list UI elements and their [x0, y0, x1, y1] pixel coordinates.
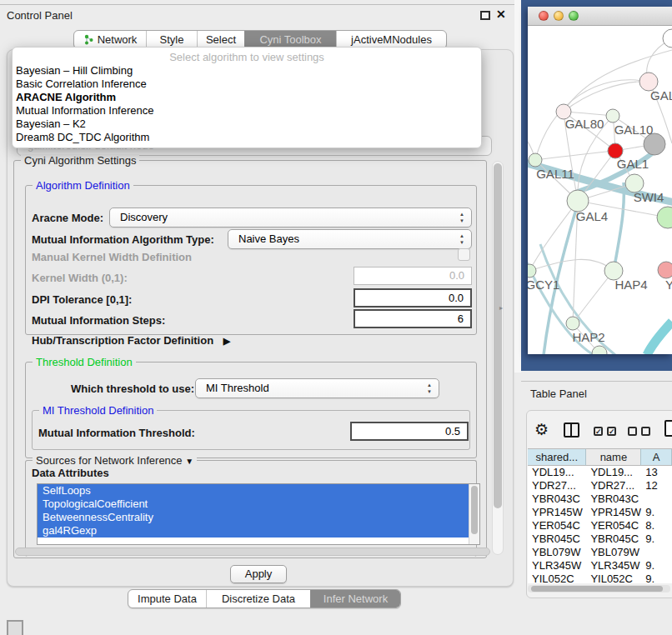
table-row[interactable]: YBR043CYBR043C	[528, 492, 672, 506]
checked-box-icon[interactable]: ✓	[594, 427, 603, 436]
mi-steps-field[interactable]: 6	[354, 309, 472, 328]
table-panel-divider	[521, 381, 672, 382]
table-row[interactable]: YER054CYER054C8.	[528, 519, 672, 532]
network-node-y[interactable]	[658, 262, 672, 278]
mi-algorithm-type-value: Naive Bayes	[238, 230, 299, 248]
table-scroll-thumb[interactable]	[531, 586, 663, 592]
table-cell: YER054C	[586, 519, 641, 532]
manual-kernel-checkbox[interactable]	[458, 248, 470, 261]
table-header-row: shared...nameA	[528, 448, 672, 466]
column-header-name[interactable]: name	[586, 448, 641, 466]
table-row[interactable]: YDR27...YDR27...12	[528, 479, 672, 492]
table-row[interactable]: YBR045CYBR045C9.	[528, 532, 672, 546]
table-cell: YPR145W	[586, 506, 641, 519]
table-row[interactable]: YBL079WYBL079W	[528, 546, 672, 559]
checked-box-icon[interactable]: ✓	[607, 427, 616, 436]
tab-style[interactable]: Style	[146, 31, 197, 48]
network-node-gal11[interactable]	[529, 153, 542, 167]
mi-steps-label: Mutual Information Steps:	[32, 314, 165, 327]
data-attributes-list[interactable]: SelfLoopsTopologicalCoefficientBetweenne…	[37, 483, 480, 545]
float-panel-icon[interactable]	[480, 11, 490, 20]
minimized-panel-icon[interactable]	[7, 620, 23, 635]
tab-network[interactable]: Network	[74, 31, 146, 48]
tab-label: Cyni Toolbox	[259, 31, 321, 48]
which-threshold-combo[interactable]: MI Threshold ▲▼	[195, 378, 439, 398]
table-row[interactable]: YDL19...YDL19...13	[528, 466, 672, 479]
document-icon[interactable]	[664, 420, 672, 437]
table-cell: YIL052C	[528, 572, 586, 583]
network-node-hap2[interactable]	[566, 317, 579, 330]
mi-algorithm-type-label: Mutual Information Algorithm Type:	[32, 233, 214, 246]
algorithm-option-dream8-dc-tdc-algorithm[interactable]: Dream8 DC_TDC Algorithm	[13, 131, 481, 144]
unchecked-box-icon[interactable]	[628, 427, 637, 436]
settings-scroll-thumb[interactable]	[494, 163, 502, 508]
unchecked-box-icon[interactable]	[641, 427, 650, 436]
aracne-mode-combo[interactable]: Discovery ▲▼	[109, 208, 472, 228]
table-cell: 13	[641, 466, 672, 479]
kernel-width-field[interactable]: 0.0	[354, 267, 472, 285]
tab-label: jActiveMNodules	[351, 31, 432, 48]
hub-definition-section[interactable]: Hub/Transcription Factor Definition ▶	[32, 334, 230, 347]
network-window-titlebar[interactable]	[528, 7, 672, 26]
network-node[interactable]	[657, 207, 672, 228]
data-attribute-item[interactable]: gal4RGexp	[38, 524, 469, 538]
node-label: SWI4	[634, 190, 664, 204]
table-row[interactable]: YPR145WYPR145W9.	[528, 506, 672, 519]
algorithm-option-bayesian-hill-climbing[interactable]: Bayesian – Hill Climbing	[13, 64, 481, 78]
network-node-gcy1[interactable]	[528, 264, 536, 278]
data-attribute-item[interactable]: SelfLoops	[38, 484, 469, 498]
table-horizontal-scrollbar[interactable]	[528, 585, 670, 592]
tab-jactivemnodules[interactable]: jActiveMNodules	[336, 31, 446, 48]
network-node[interactable]	[663, 29, 672, 48]
tab-cyni-toolbox[interactable]: Cyni Toolbox	[244, 31, 336, 48]
kernel-width-label: Kernel Width (0,1):	[32, 272, 128, 284]
tab-discretize-data[interactable]: Discretize Data	[206, 590, 310, 608]
node-label: GAL	[650, 88, 672, 102]
pane-divider-handle[interactable]: ▸	[499, 304, 503, 312]
mi-algorithm-type-combo[interactable]: Naive Bayes ▲▼	[228, 229, 472, 249]
apply-button[interactable]: Apply	[230, 565, 287, 583]
tab-label: Style	[160, 31, 184, 48]
column-header-a[interactable]: A	[641, 448, 672, 466]
tab-impute-data[interactable]: Impute Data	[128, 590, 206, 608]
algorithm-option-mutual-information-inference[interactable]: Mutual Information Inference	[13, 104, 481, 118]
algorithm-option-aracne-algorithm[interactable]: ARACNE Algorithm	[13, 91, 481, 104]
column-header-shared[interactable]: shared...	[528, 448, 586, 466]
node-label: GAL4	[576, 209, 608, 223]
settings-group-title: Cyni Algorithm Settings	[21, 154, 139, 167]
attributes-scrollbar[interactable]	[469, 484, 479, 544]
algorithm-option-basic-correlation-inference[interactable]: Basic Correlation Inference	[13, 78, 481, 91]
spinner-arrows-icon: ▲▼	[459, 232, 465, 246]
tab-infer-network[interactable]: Infer Network	[310, 590, 400, 608]
table-row[interactable]: YLR345WYLR345W9.	[528, 559, 672, 572]
data-attribute-item[interactable]: BetweennessCentrality	[38, 511, 469, 524]
zoom-window-icon[interactable]	[569, 11, 579, 21]
close-panel-icon[interactable]: ✕	[496, 8, 506, 21]
table-panel-title: Table Panel	[530, 388, 587, 400]
attributes-scroll-thumb[interactable]	[471, 486, 478, 534]
network-node-gal10[interactable]	[606, 109, 619, 122]
table-cell: YDL19...	[528, 466, 586, 479]
table-cell	[641, 546, 672, 559]
expanded-arrow-icon[interactable]: ▼	[185, 457, 193, 466]
table-cell: YDR27...	[586, 479, 641, 492]
network-canvas[interactable]: GALGAL80GAL10GAL1GAL11SWI4GAL4GCY1HAP4YH…	[528, 27, 672, 354]
table-cell: YLR345W	[528, 559, 586, 572]
algorithm-option-bayesian-k2[interactable]: Bayesian – K2	[13, 118, 481, 131]
algorithm-dropdown-popup: Select algorithm to view settings Bayesi…	[12, 47, 482, 148]
settings-horizontal-scrollbar[interactable]	[15, 548, 490, 556]
close-window-icon[interactable]	[539, 11, 549, 21]
data-attribute-item[interactable]: TopologicalCoefficient	[38, 498, 469, 511]
node-label: GAL80	[565, 117, 604, 131]
dpi-tolerance-field[interactable]: 0.0	[354, 288, 472, 308]
network-icon	[83, 34, 94, 45]
tab-select[interactable]: Select	[197, 31, 244, 48]
table-row[interactable]: YIL052CYIL052C9.	[528, 572, 672, 583]
column-layout-icon[interactable]	[564, 422, 579, 438]
pane-gap	[514, 0, 521, 372]
tab-label: Network	[98, 31, 138, 48]
gear-icon[interactable]: ⚙	[534, 420, 549, 439]
mi-threshold-field[interactable]: 0.5	[350, 422, 469, 441]
spinner-arrows-icon: ▲▼	[459, 211, 465, 224]
minimize-window-icon[interactable]	[554, 11, 564, 21]
